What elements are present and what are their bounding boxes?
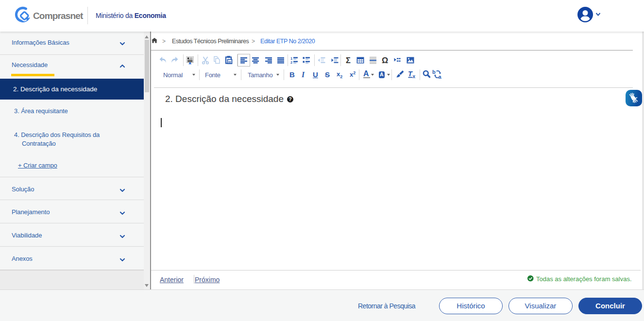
svg-text:x: x xyxy=(413,74,416,79)
svg-text:Ω: Ω xyxy=(382,56,388,65)
svg-text:a: a xyxy=(439,74,442,80)
svg-text:b: b xyxy=(432,69,436,75)
svg-text:2: 2 xyxy=(290,60,292,65)
svg-text:T: T xyxy=(408,70,413,78)
svg-text:Σ: Σ xyxy=(346,56,351,65)
